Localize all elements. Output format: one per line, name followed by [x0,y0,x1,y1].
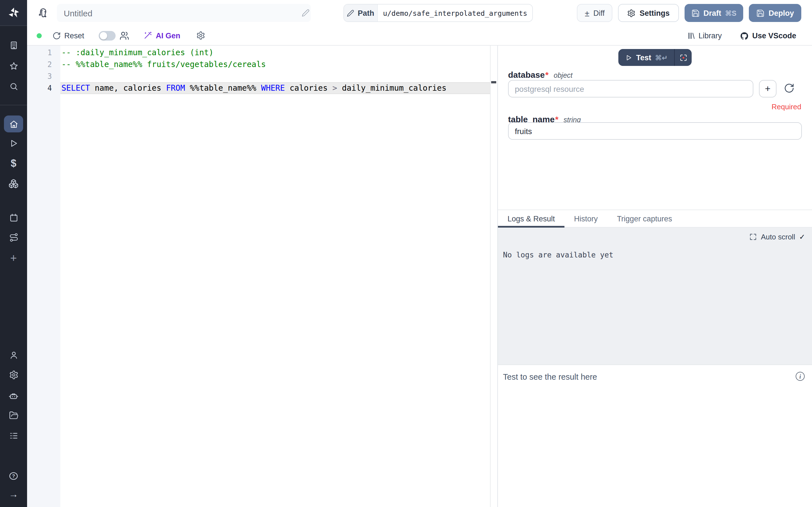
code-line-4[interactable]: SELECT name, calories FROM %%table_name%… [61,82,488,94]
tab-history[interactable]: History [564,210,607,227]
sidebar: $ + [0,0,27,507]
topbar-buttons: ± Diff Settings Draft ⌘S Deploy [577,4,801,22]
add-resource-button[interactable]: + [759,80,776,98]
sidebar-item-triggers[interactable] [0,228,27,247]
magic-wand-icon [144,31,153,40]
toggle-knob [100,32,107,39]
status-dot [37,33,42,38]
script-title-input[interactable] [57,4,311,22]
users-icon[interactable] [120,31,130,40]
editor-scrollbar[interactable] [490,46,497,507]
collaboration-toggle[interactable] [99,31,116,40]
sidebar-item-help[interactable]: ? [0,466,27,486]
sidebar-item-folders[interactable] [0,406,27,425]
code-editor[interactable]: 1 2 3 4 -- :daily_minimum_calories (int)… [27,46,497,507]
home-icon [9,119,18,129]
sidebar-item-runs[interactable] [0,133,27,153]
list-icon [9,431,18,440]
use-vscode-button[interactable]: Use VScode [740,31,796,40]
windmill-logo-icon [6,5,21,20]
code-line-1[interactable]: -- :daily_minimum_calories (int) [61,47,488,59]
help-circle-icon: ? [8,471,18,481]
search-icon [9,81,18,91]
sidebar-item-schedules[interactable] [0,208,27,227]
sidebar-divider [0,105,27,105]
star-icon [9,61,18,71]
reset-button[interactable]: Reset [52,31,84,40]
folder-open-icon [9,410,18,420]
test-button-main[interactable]: Test ⌘↵ [618,49,674,66]
windmill-logo[interactable] [0,0,27,26]
ai-gen-button[interactable]: AI Gen [144,31,181,40]
code-content[interactable]: -- :daily_minimum_calories (int) -- %%ta… [61,47,488,94]
check-icon: ✓ [799,233,805,241]
result-hint: Test to see the result here [503,372,597,381]
test-panel: Test ⌘↵ database* object + Required tabl… [497,46,812,507]
robot-icon [8,391,18,401]
code-line-2[interactable]: -- %%table_name%% fruits/vegetables/cere… [61,59,488,70]
tab-logs-result[interactable]: Logs & Result [498,210,564,227]
field-type: object [554,71,573,79]
save-icon [756,9,765,17]
test-shortcut: ⌘↵ [655,53,668,62]
toolbar-right: Library Use VScode [687,26,796,46]
overview-ruler-cursor [491,81,496,83]
dollar-icon: $ [11,158,16,168]
windmill-script-editor: $ + [0,0,812,507]
editor-gutter [27,46,60,507]
capture-frame-icon [679,53,688,62]
table-name-input[interactable] [508,122,802,140]
play-icon [9,138,18,148]
refresh-icon [52,31,61,40]
gear-icon[interactable] [196,31,205,40]
topbar: Path u/demo/safe_interpolated_arguments … [27,0,812,26]
sidebar-item-workers[interactable] [0,386,27,406]
database-field-label: database* object [508,70,573,79]
plus-icon: + [765,83,770,94]
sidebar-item-expand[interactable]: → [0,485,27,504]
sidebar-item-variables[interactable]: $ [0,154,27,173]
sidebar-item-search[interactable] [0,76,27,96]
sidebar-item-favorites[interactable] [0,56,27,75]
tab-trigger-captures[interactable]: Trigger captures [607,210,682,227]
library-icon [687,32,695,40]
info-icon[interactable]: i [796,372,805,381]
code-line-3[interactable] [61,70,488,82]
logs-area: Auto scroll ✓ No logs are available yet [498,228,812,364]
sidebar-item-workspace[interactable] [0,36,27,55]
path-label-segment: Path [344,4,378,21]
auto-scroll-toggle[interactable]: Auto scroll ✓ [750,233,805,241]
sidebar-item-settings[interactable] [0,365,27,384]
sidebar-item-audit-logs[interactable] [0,426,27,445]
panel-tabs: Logs & Result History Trigger captures [498,210,812,228]
sidebar-item-users[interactable] [0,345,27,364]
sidebar-item-home[interactable] [0,114,27,133]
capture-button[interactable] [675,49,692,66]
line-numbers: 1 2 3 4 [27,47,52,94]
settings-button[interactable]: Settings [618,4,679,22]
path-value[interactable]: u/demo/safe_interpolated_arguments [378,4,532,21]
deploy-button[interactable]: Deploy [749,4,801,22]
sidebar-item-resources[interactable] [0,174,27,193]
draft-shortcut: ⌘S [725,9,737,17]
plus-icon: + [10,252,17,264]
diff-button[interactable]: ± Diff [577,4,613,22]
route-icon [9,232,18,242]
test-button[interactable]: Test ⌘↵ [618,49,692,66]
plus-minus-icon: ± [585,8,589,18]
sidebar-item-create[interactable]: + [0,248,27,268]
refresh-resources-icon[interactable] [784,83,795,94]
result-area: Test to see the result here i [498,364,812,507]
database-resource-input[interactable] [508,80,753,98]
svg-text:?: ? [12,473,15,478]
path-pill[interactable]: Path u/demo/safe_interpolated_arguments [343,4,533,22]
github-icon [740,31,749,40]
postgresql-icon [37,7,49,19]
draft-button[interactable]: Draft ⌘S [684,4,743,22]
play-icon [625,54,632,61]
save-icon [691,9,700,17]
calendar-icon [9,213,18,222]
edit-title-pencil-icon[interactable] [302,9,310,17]
library-button[interactable]: Library [687,32,722,40]
arrow-right-icon: → [9,489,18,499]
